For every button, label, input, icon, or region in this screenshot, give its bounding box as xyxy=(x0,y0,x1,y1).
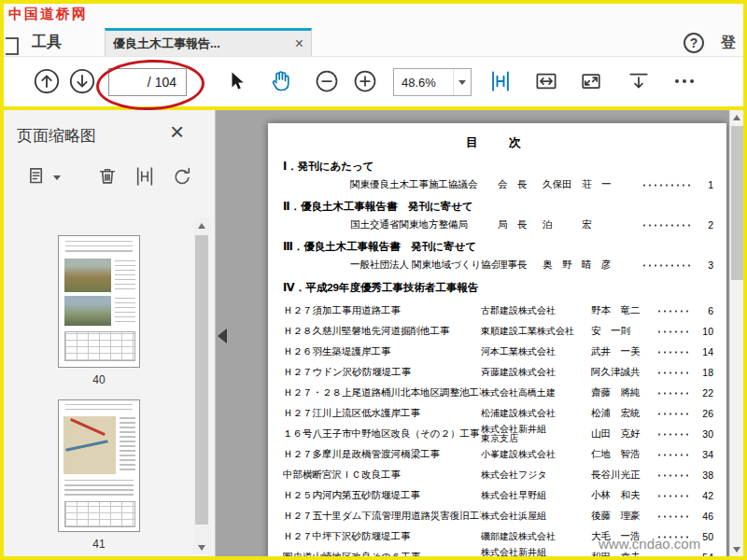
entry-company: 斉藤建設株式会社 xyxy=(481,368,591,378)
main-scroll-down-button[interactable] xyxy=(730,542,743,556)
delete-pages-button[interactable] xyxy=(95,164,120,189)
toc-page-number: 1 xyxy=(697,179,713,190)
page-thumbnail-40[interactable] xyxy=(58,235,140,368)
panel-scroll-down-button[interactable] xyxy=(193,540,210,554)
toc-org: 国土交通省関東地方整備局 xyxy=(350,218,498,231)
rotate-page-button[interactable] xyxy=(170,164,194,189)
document-area: 目 次 Ⅰ．発刊にあたって 関東優良土木工事施工協議会 会 長 久保田 荘 一 … xyxy=(216,110,729,556)
select-tool-button[interactable] xyxy=(221,66,251,96)
main-scrollbar-thumb[interactable] xyxy=(731,126,743,280)
entry-company: 株式会社高橋土建 xyxy=(481,388,591,399)
expand-icon xyxy=(578,68,604,94)
previous-page-button[interactable] xyxy=(32,66,62,96)
main-toolbar: / 104 48.6% xyxy=(4,56,743,107)
entry-title: Ｈ２７多摩川是政橋管渡河橋梁工事 xyxy=(283,448,481,461)
thumbnail-options-button[interactable] xyxy=(26,164,50,189)
entry-company: 株式会社浜屋組 xyxy=(481,511,591,522)
help-icon[interactable]: ? xyxy=(684,33,704,53)
entry-title: Ｈ２７中坪下沢砂防堰堤工事 xyxy=(283,530,481,543)
entry-page-number: 30 xyxy=(697,428,713,440)
resize-thumbnails-button[interactable] xyxy=(133,164,157,189)
entry-title: Ｈ２８久慈川堅磐地先河道掘削他工事 xyxy=(283,325,481,338)
toc-section: Ⅱ．優良土木工事報告書 発刊に寄せて 国土交通省関東地方整備局 局 長 泊 宏 … xyxy=(283,200,713,231)
thumbnail-label: 40 xyxy=(58,373,140,386)
dot-leader xyxy=(641,224,691,227)
entry-title: 圏央道山崎地区改良その６工事 xyxy=(283,551,481,556)
toc-org: 関東優良土木工事施工協議会 xyxy=(350,178,498,191)
dot-leader xyxy=(656,330,691,333)
toc-entry-row: Ｈ２７ウドン沢砂防堰堤工事 斉藤建設株式会社 阿久津誠共 18 xyxy=(283,362,713,383)
entry-person-name: 山田 克好 xyxy=(591,427,651,441)
thumb-text-lines xyxy=(115,260,135,290)
toc-section-heading: Ⅱ．優良土木工事報告書 発刊に寄せて xyxy=(283,200,713,214)
main-scroll-up-button[interactable] xyxy=(730,110,743,124)
fullscreen-button[interactable] xyxy=(576,66,606,96)
hand-tool-button[interactable] xyxy=(266,66,296,96)
toc-entry-row: Ｈ２７五十里ダム下流管理用道路災害復旧工事 株式会社浜屋組 後藤 理豪 46 xyxy=(283,506,713,526)
toc-role: 会 長 xyxy=(498,178,543,191)
thumb-text-lines xyxy=(65,241,133,253)
entry-company: 株式会社フジタ xyxy=(481,470,591,481)
home-tab-icon-partial[interactable] xyxy=(6,37,19,55)
tab-tools[interactable]: 工具 xyxy=(32,33,62,52)
zoom-value: 48.6% xyxy=(394,76,453,90)
page-thumbnail-41[interactable] xyxy=(58,399,140,532)
zoom-dropdown-caret[interactable] xyxy=(453,69,471,95)
entry-company: 磯部建設株式会社 xyxy=(481,532,591,542)
triangle-down-icon xyxy=(733,547,740,553)
toc-section: Ⅰ．発刊にあたって 関東優良土木工事施工協議会 会 長 久保田 荘 一 1 xyxy=(283,160,713,191)
dot-leader xyxy=(656,474,691,477)
fit-width-button[interactable] xyxy=(531,66,561,96)
panel-collapse-handle[interactable] xyxy=(218,329,227,343)
entry-title: Ｈ２５内河内第五砂防堰堤工事 xyxy=(283,489,481,502)
options-list-icon xyxy=(26,164,50,189)
zoom-level-select[interactable]: 48.6% xyxy=(393,68,472,96)
entry-page-number: 46 xyxy=(697,511,713,522)
toc-org: 一般社団法人 関東地域づくり協会 xyxy=(350,259,498,272)
thumbnails-panel: 页面缩略图 × 40 xyxy=(4,110,216,556)
entry-title: 中部横断宮沢ＩＣ改良工事 xyxy=(283,469,481,482)
toc-role: 理事長 xyxy=(498,259,543,272)
page-scrolling-mode-button[interactable] xyxy=(486,66,515,96)
zoom-in-button[interactable] xyxy=(350,66,380,96)
toc-role: 局 長 xyxy=(498,218,543,231)
thumbnail-label: 41 xyxy=(58,538,140,551)
panel-close-icon[interactable]: × xyxy=(170,118,184,147)
toc-entry-row: Ｈ２７須加工事用道路工事 古郡建設株式会社 野本 竜二 6 xyxy=(283,301,713,321)
arrow-up-circle-icon xyxy=(33,67,61,95)
toc-section-line: 関東優良土木工事施工協議会 会 長 久保田 荘 一 1 xyxy=(283,178,713,191)
entry-person-name: 松浦 宏統 xyxy=(591,407,651,420)
more-tools-button[interactable] xyxy=(669,66,699,96)
panel-scrollbar-thumb[interactable] xyxy=(195,235,208,525)
toc-title: 目 次 xyxy=(283,134,713,151)
arrow-down-circle-icon xyxy=(68,67,96,95)
ellipsis-icon xyxy=(675,79,694,83)
main-scrollbar[interactable] xyxy=(729,110,743,556)
dot-leader xyxy=(656,310,691,313)
toc-section-line: 一般社団法人 関東地域づくり協会 理事長 奥 野 晴 彦 3 xyxy=(283,259,713,272)
pages-resize-icon xyxy=(133,164,157,189)
toc-person-name: 奥 野 晴 彦 xyxy=(543,259,636,272)
reading-mode-button[interactable] xyxy=(624,66,654,96)
entry-person-name: 野本 竜二 xyxy=(591,304,651,317)
scrolling-pages-icon xyxy=(487,68,514,94)
next-page-button[interactable] xyxy=(67,66,97,96)
entry-title: Ｈ２６羽生築堤護岸工事 xyxy=(283,345,481,358)
dot-leader xyxy=(656,495,691,497)
toc-page-number: 2 xyxy=(697,219,713,231)
entry-person-name: 小林 和夫 xyxy=(591,489,651,502)
entry-person-name: 後藤 理豪 xyxy=(591,510,651,523)
tab-document[interactable]: 優良土木工事報告... × xyxy=(105,28,312,56)
login-label[interactable]: 登 xyxy=(721,34,736,53)
toc-sections: Ⅰ．発刊にあたって 関東優良土木工事施工協議会 会 長 久保田 荘 一 1 Ⅱ．… xyxy=(283,160,713,272)
tab-close-icon[interactable]: × xyxy=(295,35,303,52)
thumb-photo xyxy=(64,259,111,292)
entry-company: 古郡建設株式会社 xyxy=(481,306,591,316)
toc-entry-row: Ｈ２８久慈川堅磐地先河道掘削他工事 東順建設工業株式会社 安 一則 10 xyxy=(283,321,713,342)
panel-scroll-up-button[interactable] xyxy=(193,218,210,232)
entry-page-number: 6 xyxy=(697,305,713,316)
panel-scrollbar[interactable] xyxy=(193,218,210,554)
dot-leader xyxy=(656,392,691,395)
zoom-out-button[interactable] xyxy=(312,66,342,96)
thumb-photo xyxy=(64,296,111,326)
